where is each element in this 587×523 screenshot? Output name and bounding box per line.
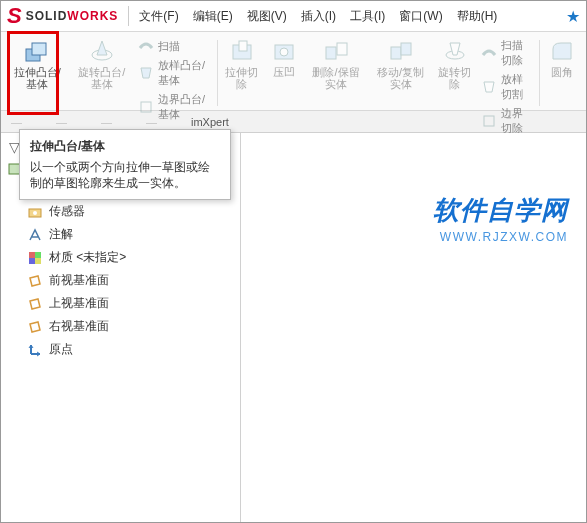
- watermark-line2: WWW.RJZXW.COM: [433, 230, 568, 244]
- separator: [539, 40, 540, 106]
- ribbon-label: 移动/复制实体: [372, 66, 429, 90]
- ribbon-label: 旋转凸台/基体: [74, 66, 131, 90]
- svg-rect-18: [29, 252, 35, 258]
- annotations-icon: [27, 227, 43, 243]
- title-bar: S SOLIDWORKS 文件(F) 编辑(E) 视图(V) 插入(I) 工具(…: [1, 1, 586, 31]
- tree-material[interactable]: 材质 <未指定>: [23, 246, 240, 269]
- svg-rect-5: [239, 41, 247, 51]
- watermark-line1: 软件自学网: [433, 193, 568, 228]
- tree-top-plane[interactable]: 上视基准面: [23, 292, 240, 315]
- origin-icon: [27, 342, 43, 358]
- tooltip-body: 以一个或两个方向拉伸一草图或绘制的草图轮廓来生成一实体。: [30, 159, 220, 191]
- ribbon-loft[interactable]: 放样凸台/基体: [138, 58, 211, 88]
- tree-origin[interactable]: 原点: [23, 338, 240, 361]
- separator: [128, 6, 129, 26]
- tree-annotations[interactable]: 注解: [23, 223, 240, 246]
- ribbon-sweep[interactable]: 扫描: [138, 38, 211, 54]
- watermark: 软件自学网 WWW.RJZXW.COM: [433, 193, 568, 244]
- revolve-boss-icon: [88, 38, 116, 64]
- revolve-cut-icon: [441, 38, 469, 64]
- delete-keep-icon: [322, 38, 350, 64]
- ribbon-boss-list: 扫描 放样凸台/基体 边界凸台/基体: [134, 36, 215, 110]
- menu-tools[interactable]: 工具(I): [350, 8, 385, 25]
- menu-view[interactable]: 视图(V): [247, 8, 287, 25]
- menu-window[interactable]: 窗口(W): [399, 8, 442, 25]
- menu-edit[interactable]: 编辑(E): [193, 8, 233, 25]
- ribbon-hole[interactable]: 压凹: [264, 36, 304, 110]
- tree-sensors[interactable]: 传感器: [23, 200, 240, 223]
- app-logo: S SOLIDWORKS: [7, 3, 118, 29]
- tree-children: History 传感器 注解 材质 <未指定> 前视基准面 上视基准面: [3, 178, 240, 361]
- ribbon-move-copy[interactable]: 移动/复制实体: [368, 36, 433, 110]
- tab-item[interactable]: —: [146, 116, 157, 128]
- hole-icon: [270, 38, 298, 64]
- svg-point-17: [33, 211, 37, 215]
- ribbon-label: 拉伸切除: [224, 66, 260, 90]
- svg-rect-8: [326, 47, 336, 59]
- tab-item[interactable]: —: [101, 116, 112, 128]
- menu-bar: 文件(F) 编辑(E) 视图(V) 插入(I) 工具(I) 窗口(W) 帮助(H…: [139, 8, 497, 25]
- ribbon-extrude-boss[interactable]: 拉伸凸台/基体: [5, 36, 70, 110]
- sweep-cut-icon: [481, 45, 497, 61]
- ribbon-delete-keep[interactable]: 删除/保留实体: [304, 36, 369, 110]
- svg-rect-13: [484, 116, 494, 126]
- menu-file[interactable]: 文件(F): [139, 8, 178, 25]
- tree-right-plane[interactable]: 右视基准面: [23, 315, 240, 338]
- svg-rect-21: [35, 258, 41, 264]
- material-icon: [27, 250, 43, 266]
- loft-icon: [138, 65, 154, 81]
- svg-point-7: [280, 48, 288, 56]
- tab-item[interactable]: —: [56, 116, 67, 128]
- logo-text: SOLIDWORKS: [26, 9, 119, 23]
- logo-mark-icon: S: [7, 3, 22, 29]
- boundary-cut-icon: [481, 113, 497, 129]
- ribbon-revolve-cut[interactable]: 旋转切除: [433, 36, 477, 110]
- plane-icon: [27, 296, 43, 312]
- svg-rect-20: [29, 258, 35, 264]
- ribbon-cut-list: 扫描切除 放样切割 边界切除: [477, 36, 537, 110]
- svg-rect-11: [401, 43, 411, 55]
- ribbon-label: 旋转切除: [437, 66, 473, 90]
- extrude-boss-icon: [23, 38, 51, 64]
- sweep-icon: [138, 38, 154, 54]
- move-copy-icon: [387, 38, 415, 64]
- boundary-icon: [138, 99, 154, 115]
- tab-item[interactable]: —: [11, 116, 22, 128]
- fillet-icon: [548, 38, 576, 64]
- ribbon-label: 拉伸凸台/基体: [9, 66, 66, 90]
- ribbon-extrude-cut[interactable]: 拉伸切除: [220, 36, 264, 110]
- ribbon-toolbar: 拉伸凸台/基体 旋转凸台/基体 扫描 放样凸台/基体 边界凸台/基体 拉伸切除 …: [1, 31, 586, 111]
- ribbon-fillet[interactable]: 圆角: [542, 36, 582, 110]
- menu-insert[interactable]: 插入(I): [301, 8, 336, 25]
- plane-icon: [27, 319, 43, 335]
- separator: [217, 40, 218, 106]
- loft-cut-icon: [481, 79, 497, 95]
- ribbon-boundary-cut[interactable]: 边界切除: [481, 106, 533, 136]
- ribbon-label: 删除/保留实体: [308, 66, 365, 90]
- svg-rect-1: [32, 43, 46, 55]
- star-icon[interactable]: ★: [566, 7, 580, 26]
- ribbon-sweep-cut[interactable]: 扫描切除: [481, 38, 533, 68]
- ribbon-label: 压凹: [273, 66, 295, 78]
- tree-front-plane[interactable]: 前视基准面: [23, 269, 240, 292]
- svg-rect-10: [391, 47, 401, 59]
- sensors-icon: [27, 204, 43, 220]
- menu-help[interactable]: 帮助(H): [457, 8, 498, 25]
- tooltip: 拉伸凸台/基体 以一个或两个方向拉伸一草图或绘制的草图轮廓来生成一实体。: [19, 129, 231, 200]
- svg-rect-3: [141, 102, 151, 112]
- svg-rect-9: [337, 43, 347, 55]
- extrude-cut-icon: [228, 38, 256, 64]
- plane-icon: [27, 273, 43, 289]
- ribbon-label: 圆角: [551, 66, 573, 78]
- ribbon-loft-cut[interactable]: 放样切割: [481, 72, 533, 102]
- svg-rect-19: [35, 252, 41, 258]
- graphics-canvas[interactable]: 软件自学网 WWW.RJZXW.COM: [241, 133, 586, 522]
- tooltip-title: 拉伸凸台/基体: [30, 138, 220, 155]
- ribbon-revolve-boss[interactable]: 旋转凸台/基体: [70, 36, 135, 110]
